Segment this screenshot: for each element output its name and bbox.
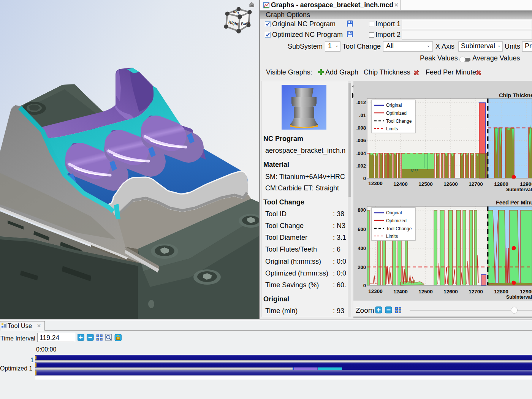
- svg-text:Optimized: Optimized: [386, 218, 407, 223]
- svg-text:12400: 12400: [393, 181, 408, 187]
- svg-text:Limits: Limits: [386, 234, 398, 239]
- svg-text:12600: 12600: [443, 181, 458, 187]
- svg-text:.01: .01: [359, 112, 366, 118]
- svg-text:12400: 12400: [393, 289, 408, 294]
- svg-text:12900: 12900: [520, 181, 532, 187]
- svg-text:Chip Thickness: Chip Thickness: [499, 92, 532, 98]
- svg-text:Tool Change: Tool Change: [386, 226, 412, 231]
- svg-text:Feed Per Minute: Feed Per Minute: [496, 200, 532, 206]
- svg-text:0: 0: [363, 283, 366, 288]
- svg-text:.006: .006: [356, 138, 366, 143]
- svg-text:200: 200: [358, 264, 366, 270]
- svg-text:Optimized: Optimized: [386, 111, 407, 116]
- svg-text:600: 600: [358, 226, 366, 232]
- svg-text:Original: Original: [386, 103, 402, 108]
- svg-text:12800: 12800: [494, 181, 508, 187]
- svg-text:0: 0: [363, 176, 366, 181]
- svg-text:800: 800: [358, 207, 366, 213]
- svg-text:12600: 12600: [443, 289, 458, 294]
- svg-text:Subinterval: Subinterval: [506, 294, 532, 300]
- svg-text:.012: .012: [356, 100, 366, 105]
- svg-text:12900: 12900: [520, 289, 532, 294]
- svg-text:Limits: Limits: [386, 126, 398, 131]
- svg-text:Subinterval: Subinterval: [506, 187, 532, 192]
- svg-text:.004: .004: [356, 150, 366, 156]
- svg-text:12700: 12700: [469, 181, 483, 187]
- svg-text:Zoom: Zoom: [356, 306, 374, 314]
- svg-text:12300: 12300: [368, 180, 383, 186]
- svg-text:12800: 12800: [494, 289, 508, 294]
- svg-text:12300: 12300: [368, 288, 383, 294]
- svg-text:12700: 12700: [469, 289, 483, 294]
- svg-text:12500: 12500: [418, 181, 433, 187]
- svg-text:Original: Original: [386, 210, 402, 215]
- svg-text:.002: .002: [356, 163, 366, 169]
- svg-text:12500: 12500: [418, 289, 433, 294]
- svg-text:.008: .008: [356, 125, 366, 131]
- svg-text:Tool Change: Tool Change: [386, 119, 412, 124]
- svg-text:400: 400: [358, 245, 366, 251]
